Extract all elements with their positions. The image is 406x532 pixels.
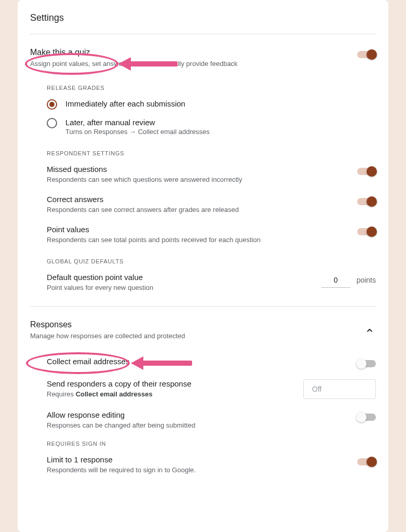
requires-signin-label: REQUIRES SIGN IN: [47, 441, 376, 447]
setting-title: Collect email addresses: [47, 357, 349, 366]
setting-limit-response: Limit to 1 response Respondents will be …: [47, 455, 376, 474]
responses-section: Responses Manage how responses are colle…: [30, 319, 376, 474]
setting-title: Correct answers: [47, 195, 349, 204]
radio-secondary: Turns on Responses → Collect email addre…: [65, 128, 210, 136]
send-copy-dropdown[interactable]: Off: [303, 379, 376, 399]
setting-title: Point values: [47, 225, 349, 234]
quiz-heading: Make this a quiz: [30, 48, 349, 57]
chevron-up-icon[interactable]: [363, 324, 376, 337]
setting-title: Send responders a copy of their response: [47, 379, 295, 388]
setting-desc: Respondents will be required to sign in …: [47, 466, 349, 474]
setting-allow-edit: Allow response editing Responses can be …: [47, 410, 376, 429]
quiz-section: Make this a quiz Assign point values, se…: [30, 47, 376, 307]
point-values-toggle[interactable]: [357, 228, 376, 235]
section-divider: [30, 306, 376, 307]
radio-label: Later, after manual review: [65, 118, 210, 127]
radio-later[interactable]: Later, after manual review Turns on Resp…: [47, 118, 376, 136]
setting-desc: Respondents can see correct answers afte…: [47, 206, 349, 214]
radio-icon: [47, 118, 57, 128]
responses-heading: Responses: [30, 320, 355, 329]
setting-point-values: Point values Respondents can see total p…: [47, 225, 376, 244]
release-grades-label: RELEASE GRADES: [47, 85, 376, 91]
setting-desc: Requires Collect email addresses: [47, 390, 295, 398]
setting-desc: Respondents can see total points and poi…: [47, 236, 349, 244]
respondent-settings-block: RESPONDENT SETTINGS Missed questions Res…: [30, 150, 376, 244]
default-point-input[interactable]: [321, 273, 350, 288]
collect-email-toggle[interactable]: [357, 360, 376, 367]
setting-title: Allow response editing: [47, 410, 349, 419]
quiz-desc: Assign point values, set answers, and au…: [30, 59, 349, 69]
quiz-toggle[interactable]: [357, 51, 376, 58]
respondent-settings-label: RESPONDENT SETTINGS: [47, 150, 376, 156]
radio-icon: [47, 99, 57, 110]
page-title: Settings: [30, 12, 376, 34]
setting-title: Limit to 1 response: [47, 455, 349, 464]
setting-missed-questions: Missed questions Respondents can see whi…: [47, 165, 376, 183]
setting-collect-email: Collect email addresses: [47, 357, 376, 368]
default-point-title: Default question point value: [47, 273, 153, 282]
settings-card: Settings Make this a quiz Assign point v…: [18, 0, 388, 532]
release-grades-block: RELEASE GRADES Immediately after each su…: [30, 85, 376, 136]
correct-answers-toggle[interactable]: [357, 198, 376, 205]
setting-send-copy: Send responders a copy of their response…: [47, 379, 376, 399]
setting-desc: Respondents can see which questions were…: [47, 176, 349, 183]
limit-response-toggle[interactable]: [357, 458, 376, 466]
radio-immediately[interactable]: Immediately after each submission: [47, 99, 376, 110]
global-defaults-label: GLOBAL QUIZ DEFAULTS: [47, 258, 376, 264]
responses-items: Collect email addresses Send responders …: [30, 357, 376, 474]
global-defaults-block: GLOBAL QUIZ DEFAULTS Default question po…: [30, 258, 376, 291]
setting-desc: Responses can be changed after being sub…: [47, 421, 349, 429]
missed-questions-toggle[interactable]: [357, 168, 376, 175]
allow-edit-toggle[interactable]: [357, 414, 376, 421]
setting-correct-answers: Correct answers Respondents can see corr…: [47, 195, 376, 214]
radio-label: Immediately after each submission: [65, 99, 185, 108]
responses-desc: Manage how responses are collected and p…: [30, 331, 355, 341]
points-unit: points: [357, 276, 376, 284]
default-point-desc: Point values for every new question: [47, 284, 153, 291]
setting-title: Missed questions: [47, 165, 349, 174]
